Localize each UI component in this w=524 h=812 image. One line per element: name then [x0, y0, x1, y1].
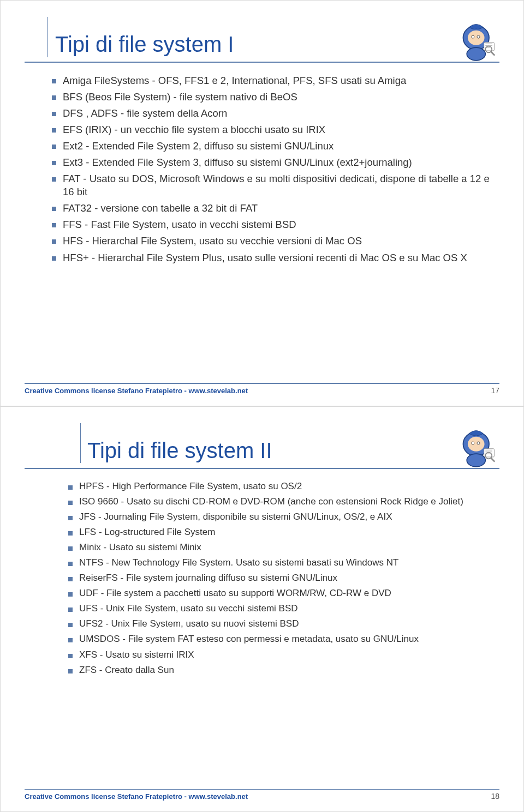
list-item: DFS , ADFS - file system della Acorn — [63, 105, 494, 122]
list-item: ISO 9660 - Usato su dischi CD-ROM e DVD-… — [79, 494, 489, 509]
list-item: LFS - Log-structured File System — [79, 525, 489, 540]
page-number: 18 — [491, 792, 499, 801]
list-item: Minix - Usato su sistemi Minix — [79, 540, 489, 555]
list-item: UMSDOS - File system FAT esteso con perm… — [79, 631, 489, 647]
title-rule — [25, 468, 499, 469]
footer-text: Creative Commons license Stefano Fratepi… — [25, 387, 248, 395]
title-block: Tipi di file system I — [25, 32, 499, 56]
list-item: ZFS - Creato dalla Sun — [79, 663, 489, 678]
footer-rule — [25, 789, 499, 790]
slide-footer: Creative Commons license Stefano Fratepi… — [1, 789, 523, 801]
list-item: HFS - Hierarchal File System, usato su v… — [63, 233, 494, 249]
list-item: NTFS - New Technology File System. Usato… — [79, 555, 489, 570]
list-item: FAT - Usato su DOS, Microsoft Windows e … — [63, 171, 494, 200]
list-item: Ext2 - Extended File System 2, diffuso s… — [63, 138, 494, 154]
list-item: JFS - Journaling File System, disponibil… — [79, 509, 489, 525]
list-item: Amiga FileSystems - OFS, FFS1 e 2, Inter… — [63, 73, 494, 89]
footer-rule — [25, 383, 499, 384]
list-item: XFS - Usato su sistemi IRIX — [79, 647, 489, 663]
slide-footer: Creative Commons license Stefano Fratepi… — [1, 383, 523, 395]
list-item: Ext3 - Extended File System 3, diffuso s… — [63, 154, 494, 171]
slide-body: HPFS - High Performance File System, usa… — [25, 479, 499, 678]
bullet-list: Amiga FileSystems - OFS, FFS1 e 2, Inter… — [25, 73, 499, 266]
footer-text: Creative Commons license Stefano Fratepi… — [25, 792, 248, 801]
list-item: UFS - Unix File System, usato su vecchi … — [79, 601, 489, 616]
slide-title: Tipi di file system II — [87, 438, 499, 462]
bullet-list: HPFS - High Performance File System, usa… — [25, 479, 499, 678]
list-item: FFS - Fast File System, usato in vecchi … — [63, 216, 494, 233]
slide-2: Tipi di file system II HPFS - High Perfo… — [0, 406, 524, 813]
list-item: EFS (IRIX) - un vecchio file system a bl… — [63, 122, 494, 138]
slide-body: Amiga FileSystems - OFS, FFS1 e 2, Inter… — [25, 73, 499, 266]
slide-1: Tipi di file system I Amiga FileSystems … — [0, 0, 524, 406]
page-number: 17 — [491, 386, 499, 395]
list-item: UDF - File system a pacchetti usato su s… — [79, 586, 489, 601]
list-item: HFS+ - Hierarchal File System Plus, usat… — [63, 250, 494, 266]
list-item: FAT32 - versione con tabelle a 32 bit di… — [63, 200, 494, 216]
title-rule — [25, 62, 499, 63]
list-item: UFS2 - Unix File System, usato su nuovi … — [79, 616, 489, 631]
list-item: ReiserFS - File system journaling diffus… — [79, 570, 489, 586]
slide-title: Tipi di file system I — [55, 32, 499, 56]
title-block: Tipi di file system II — [25, 438, 499, 462]
list-item: HPFS - High Performance File System, usa… — [79, 479, 489, 494]
list-item: BFS (Beos File System) - file system nat… — [63, 89, 494, 105]
